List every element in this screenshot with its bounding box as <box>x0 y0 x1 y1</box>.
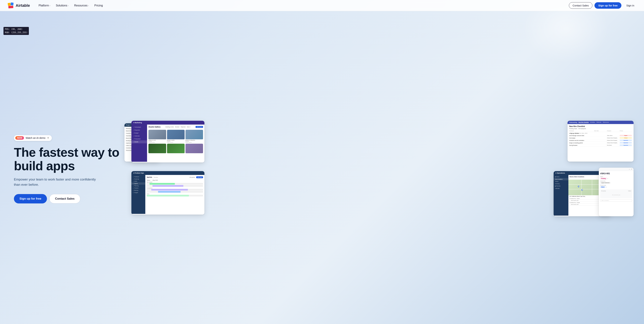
gallery-item <box>148 144 166 154</box>
add-asset-button[interactable]: Add asset <box>196 126 203 128</box>
signup-button[interactable]: Sign up for free <box>594 2 622 9</box>
hero-signup-button[interactable]: Sign up for free <box>14 194 47 203</box>
comment-input[interactable]: Add a comment... <box>600 199 632 202</box>
sidebar-inventory: Inventory <box>554 183 568 185</box>
task-name: Send laptop <box>569 137 594 139</box>
gallery-item <box>167 144 184 154</box>
checklist-row: Send Manager welcome letter Jules Harris… <box>569 134 632 137</box>
ai-demo-badge[interactable]: NEW Watch an AI demo + <box>14 135 52 141</box>
marketing-header: ● Marketing <box>132 121 204 125</box>
sprint-bar-row <box>147 191 203 193</box>
sprint-bar-row <box>147 183 203 185</box>
sku-product-type-field: Product type Share ▾ <box>600 185 632 188</box>
sprint-bar-track <box>147 189 203 191</box>
badge-text: Watch an AI demo <box>26 137 46 139</box>
gallery-image <box>167 130 184 139</box>
gallery-tabs: Awaiting review Booked Rejected More + <box>165 126 191 127</box>
nav-links: Platform › Solutions › Resources › Prici… <box>36 2 569 8</box>
sku-title: #SKU-001 <box>600 172 632 175</box>
sprint-bar <box>147 195 189 197</box>
priority-badge: Critical <box>620 137 632 139</box>
no-comments: No comments yet <box>601 193 631 197</box>
sidebar-planning: Planning <box>132 185 145 187</box>
gallery-grid: Athlete on court Lifestyle Spring sessio… <box>148 130 203 154</box>
ops-sidebar: ▶ Stores Store locations Orders Inventor… <box>554 175 568 216</box>
add-task-button[interactable]: Add task <box>196 176 203 178</box>
sprint-bar-track <box>147 185 203 187</box>
map-pin <box>578 185 580 187</box>
sprints-header: ● Product Ops <box>132 171 204 175</box>
gallery-image <box>186 144 203 153</box>
close-icon[interactable]: ✕ <box>631 169 632 170</box>
chevron-icon: › <box>50 4 50 6</box>
task-name: Send gift basket <box>569 145 594 146</box>
status-in-progress: In progress <box>147 187 203 189</box>
sku-header-bar: — ✕ <box>599 168 634 171</box>
hero-buttons: Sign up for free Contact Sales <box>14 194 119 203</box>
sidebar-records: ▶ Records <box>554 185 568 187</box>
sku-detail-card: — ✕ #SKU-001 Status Pending ▾ Ordered by… <box>599 168 634 216</box>
follow-button[interactable]: Follow <box>628 190 631 191</box>
nav-solutions[interactable]: Solutions › <box>53 2 71 8</box>
sidebar-orders: Orders <box>554 180 568 183</box>
sprint-bar <box>150 183 175 185</box>
nav-platform[interactable]: Platform › <box>36 2 53 8</box>
status-badge: Pending <box>600 178 607 179</box>
chevron-icon: › <box>68 4 69 6</box>
onboarding-card: Onboarding New Hire Checklist Activities… <box>568 121 634 162</box>
map-road <box>598 180 599 195</box>
sidebar-sprints: Sprints <box>132 182 145 185</box>
checklist-body: New Hire Checklist Pending Tasks All emp… <box>568 124 634 148</box>
navigation: Airtable Platform › Solutions › Resource… <box>0 0 644 11</box>
nav-actions: Contact Sales Sign up for free Sign in <box>569 2 637 9</box>
checklist-row: Schedule new-hire orientation Ankara Kub… <box>569 139 632 142</box>
checklist-row: Assign on-boarding partner Ankara Kubo-K… <box>569 142 632 144</box>
priority-badge: Important <box>620 140 632 141</box>
sidebar-campaigns: Campaigns <box>132 126 147 129</box>
signin-button[interactable]: Sign in <box>624 2 637 8</box>
gallery-header: Assets Gallery Awaiting review Booked Re… <box>148 126 203 129</box>
sprint-period: Status May 2023 <box>147 180 203 181</box>
hero-title: The fastest way to build apps <box>14 146 119 173</box>
onboarding-header: Onboarding New Hire Checklist Activities… <box>568 121 634 124</box>
sidebar-backlog: Backlog <box>132 189 145 191</box>
sidebar-assets: Assets <box>132 140 147 143</box>
svg-rect-0 <box>8 2 11 6</box>
sprint-bar-row <box>147 195 203 197</box>
sidebar-calendar: Calendar <box>132 134 147 137</box>
hero-contact-button[interactable]: Contact Sales <box>49 194 80 203</box>
table-header: Employee Start date Assignee Priority <box>569 130 632 132</box>
ordered-by-group: Logan Grammont <box>600 182 632 184</box>
sidebar-timeline: Timeline <box>132 187 145 189</box>
sidebar-okrs: OKRs <box>132 180 145 182</box>
logo[interactable]: Airtable <box>7 2 30 9</box>
hero-screenshots: Project Tracker / Directory Marketing ca… <box>126 121 634 218</box>
status-done: Done <box>147 193 203 194</box>
map-road <box>581 180 582 195</box>
priority-badge: Important <box>620 142 632 143</box>
product-type-badge: Share <box>600 186 606 188</box>
contact-sales-button[interactable]: Contact Sales <box>569 2 592 9</box>
sprint-bar-track <box>147 191 203 193</box>
sprints-title: ● Product Ops <box>133 172 144 174</box>
employee-group: ▾ Myrvyn Wolfart Oct 26th, 2023 <box>569 133 632 134</box>
nav-resources[interactable]: Resources › <box>72 2 91 8</box>
onboarding-title: Onboarding <box>569 122 577 123</box>
priority-badge: Important <box>620 145 632 146</box>
gallery-image <box>167 144 184 153</box>
marketing-sidebar: Campaigns Requests Budget Calendar Produ… <box>132 125 147 162</box>
comment-placeholder: Add a comment... <box>602 200 610 201</box>
sprint-bar-track <box>147 183 203 185</box>
marketing-title: ● Marketing <box>133 122 142 123</box>
minimize-icon[interactable]: — <box>629 169 630 170</box>
nav-pricing[interactable]: Pricing <box>92 2 105 8</box>
new-pill: NEW <box>15 136 24 140</box>
gallery-item: Runner on bleachers Lifestyle Winter ses… <box>186 130 203 143</box>
svg-rect-1 <box>10 2 14 5</box>
sidebar-budget: Budget <box>132 131 147 134</box>
chevron-icon: ▾ <box>608 178 608 179</box>
activity-label: All activity <box>601 190 606 191</box>
checklist-title: New Hire Checklist <box>569 125 632 127</box>
chevron-icon: ▾ <box>606 186 607 188</box>
checklist-subtitle: Pending Tasks All employees <box>569 128 632 129</box>
